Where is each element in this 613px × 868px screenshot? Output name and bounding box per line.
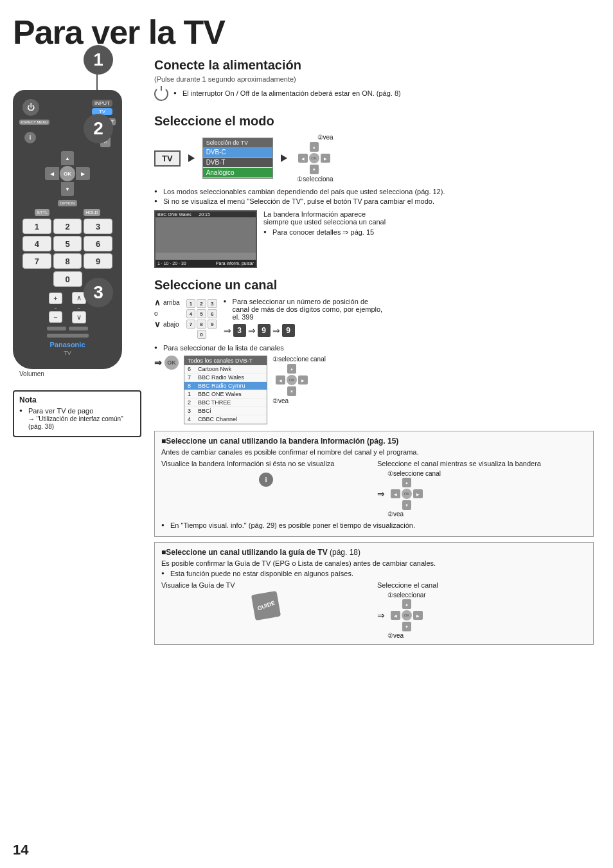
num-grids: 1 2 3 4 5 6 7 8 9 0 <box>186 299 217 339</box>
power-icon <box>154 87 168 101</box>
channel-down[interactable]: ∨ <box>72 311 86 323</box>
nota-box: Nota Para ver TV de pago → "Utilización … <box>13 390 141 437</box>
volumen-annotation: Volumen <box>19 370 141 377</box>
sttl-button[interactable]: STTL <box>35 209 49 216</box>
info-section-banner: ■Seleccione un canal utilizando la bande… <box>154 431 594 537</box>
input-button[interactable]: INPUT <box>92 100 112 107</box>
mini-num-9: 9 <box>208 320 217 329</box>
channel-item-3: 3BBCi <box>184 407 267 415</box>
channel-list-header: Todos los canales DVB-T <box>184 356 267 365</box>
volume-up[interactable]: + <box>49 293 62 304</box>
selector-header: Selección de TV <box>203 138 272 147</box>
dpad-left[interactable]: ◀ <box>45 167 59 180</box>
ok-button[interactable]: OK <box>60 166 75 181</box>
aspect-menu-button[interactable]: ASPECT MENU <box>19 120 49 125</box>
volume-down[interactable]: − <box>49 311 62 323</box>
num-4[interactable]: 4 <box>22 236 51 251</box>
seq-9a: 9 <box>258 324 271 337</box>
volume-control: + – − <box>49 293 62 323</box>
dpad-mini-step3-left: ◀ <box>276 375 285 384</box>
selector-menu: Selección de TV DVB-C DVB-T Analógico <box>202 138 273 179</box>
info1-ann-see: ②vea <box>387 511 404 518</box>
device-type-label: TV <box>19 350 116 356</box>
step1-content: Conecte la alimentación (Pulse durante 1… <box>154 58 401 101</box>
dpad-mini-step3-down: ▼ <box>287 386 296 396</box>
info2-two-col: Visualice la Guía de TV GUIDE Seleccione… <box>161 581 587 639</box>
option-button[interactable]: OPTION <box>58 200 76 206</box>
num-8[interactable]: 8 <box>53 253 82 269</box>
num-9[interactable]: 9 <box>84 253 112 269</box>
mini-tv-caption: La bandera Información aparece siempre q… <box>263 210 392 239</box>
mini-num-3: 3 <box>208 299 217 308</box>
info2-right: Seleccione el canal ⇒ ①seleccionar ▲ ▼ ◀… <box>377 581 587 639</box>
channel-list: Todos los canales DVB-T 6Cartoon Nwk 7BB… <box>184 356 267 424</box>
channel-item-7: 7BBC Radio Wales <box>184 374 267 382</box>
info1-desc: Antes de cambiar canales es posible conf… <box>161 448 587 456</box>
hold-button[interactable]: HOLD <box>84 209 100 216</box>
dpad-mini-right: ▶ <box>321 154 330 163</box>
step1-bullet1: El interruptor On / Off de la alimentaci… <box>173 89 401 97</box>
step3-heading: Seleccione un canal <box>154 278 594 293</box>
step3-ann-see: ②vea <box>272 397 289 404</box>
mini-num-4: 4 <box>186 309 196 318</box>
num-6[interactable]: 6 <box>84 236 112 251</box>
info2-desc: Es posible confirmar la Guía de TV (EPG … <box>161 559 587 567</box>
dpad: ▲ ▼ ◀ ▶ OK <box>45 151 90 196</box>
mini-num-8: 8 <box>197 320 206 329</box>
step3-list-bullet: Para seleccionar de la lista de canales <box>154 344 594 352</box>
seq-3: 3 <box>233 324 246 337</box>
step2-bullets: Los modos seleccionables cambian dependi… <box>154 188 594 205</box>
channel-arrows: ∧ arriba o ∨ abajo <box>154 298 180 329</box>
step2-banner-bullet: Para conocer detalles ⇒ pág. 15 <box>263 228 392 237</box>
extra-btn-1[interactable] <box>47 327 66 330</box>
step2-heading: Seleccione el modo <box>154 114 594 129</box>
num-1[interactable]: 1 <box>22 219 51 234</box>
number-grid: 1 2 3 4 5 6 7 8 9 <box>22 219 112 269</box>
info-section-guide: ■Seleccione un canal utilizando la guía … <box>154 542 594 645</box>
dpad-right[interactable]: ▶ <box>76 167 90 180</box>
info1-ann-select: ①seleccione canal <box>387 470 441 477</box>
selector-analog: Analógico <box>203 168 272 178</box>
dpad-mini-left: ◀ <box>298 154 308 163</box>
step3-right: Para seleccionar un número de posición d… <box>224 298 384 337</box>
info-button[interactable]: i <box>24 132 36 143</box>
info1-right: Seleccione el canal mientras se visualiz… <box>377 460 587 518</box>
mini-num-2: 2 <box>197 299 206 308</box>
selector-dvbc: DVB-C <box>203 147 272 158</box>
num-2[interactable]: 2 <box>53 219 82 234</box>
power-button[interactable]: ⏻ <box>22 99 39 116</box>
step1-block: 1 Conecte la alimentación (Pulse durante… <box>154 58 594 101</box>
page-number: 14 <box>13 842 28 858</box>
tv-button-display: TV <box>154 150 181 167</box>
dpad-down[interactable]: ▼ <box>61 182 74 196</box>
num-3[interactable]: 3 <box>84 219 112 234</box>
info2-left: Visualice la Guía de TV GUIDE <box>161 581 371 639</box>
dpad-mini-step3: ▲ ▼ ◀ ▶ OK <box>276 364 308 396</box>
info2-right-title: Seleccione el canal <box>377 581 587 589</box>
ok-circle-ch: OK <box>164 356 179 370</box>
step1-heading: Conecte la alimentación <box>154 58 401 73</box>
brand-label: Panasonic <box>19 341 116 348</box>
extra-btn-3[interactable] <box>47 334 89 338</box>
step3-block: 3 Seleccione un canal ∧ arriba o <box>154 278 594 424</box>
arrow-icon2 <box>281 154 287 162</box>
info2-title: ■Seleccione un canal utilizando la guía … <box>161 548 587 557</box>
num-5[interactable]: 5 <box>53 236 82 251</box>
info1-extra: En "Tiempo visual. info." (pág. 29) es p… <box>161 521 587 529</box>
extra-btn-2[interactable] <box>69 327 88 330</box>
dpad-mini-ok: OK <box>309 153 319 163</box>
num-7[interactable]: 7 <box>22 253 51 269</box>
dpad-up[interactable]: ▲ <box>61 151 74 165</box>
channel-item-8: 8BBC Radio Cymru <box>184 382 267 390</box>
info2-bullet: Esta función puede no estar disponible e… <box>161 570 587 577</box>
info2-ann-select: ①seleccionar <box>387 592 426 599</box>
num-0[interactable]: 0 <box>53 271 82 287</box>
info1-title: ■Seleccione un canal utilizando la bande… <box>161 437 587 446</box>
step2-ann-right: ②vea <box>317 134 333 141</box>
left-column: ⏻ INPUT TV ASPECT MENU EXIT i <box>13 58 141 645</box>
info1-left: Visualice la bandera Información si ésta… <box>161 460 371 518</box>
dpad-mini-up: ▲ <box>310 142 319 152</box>
dpad-mini-step3-right: ▶ <box>298 375 308 384</box>
arrow-icon <box>188 154 195 162</box>
step3-bullet-position: Para seleccionar un número de posición d… <box>224 298 384 321</box>
